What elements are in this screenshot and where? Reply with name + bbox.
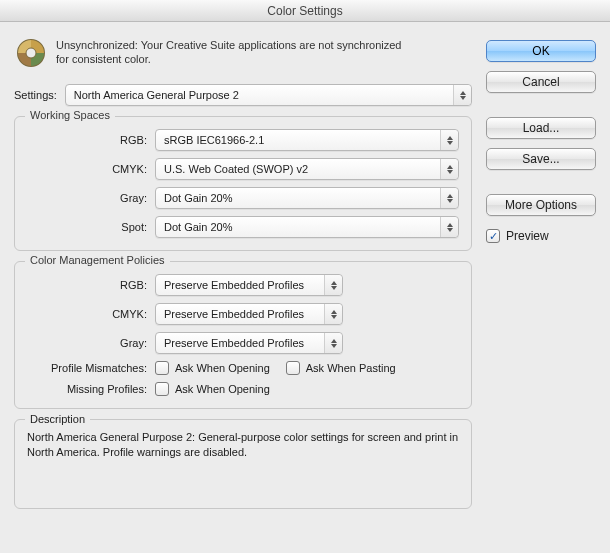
- mismatch-paste-checkbox[interactable]: ✓: [286, 361, 300, 375]
- missing-open-checkbox[interactable]: ✓: [155, 382, 169, 396]
- ok-button[interactable]: OK: [486, 40, 596, 62]
- chevron-updown-icon: [324, 275, 342, 295]
- more-options-button[interactable]: More Options: [486, 194, 596, 216]
- working-spaces-legend: Working Spaces: [25, 109, 115, 121]
- window-body: Unsynchronized: Your Creative Suite appl…: [0, 22, 610, 523]
- description-text: North America General Purpose 2: General…: [27, 431, 458, 458]
- chevron-updown-icon: [324, 304, 342, 324]
- chevron-updown-icon: [440, 159, 458, 179]
- ws-cmyk-label: CMYK:: [27, 163, 147, 175]
- description-group: Description North America General Purpos…: [14, 419, 472, 509]
- window-title: Color Settings: [0, 0, 610, 22]
- ws-cmyk-select[interactable]: U.S. Web Coated (SWOP) v2: [155, 158, 459, 180]
- ws-spot-select[interactable]: Dot Gain 20%: [155, 216, 459, 238]
- profile-mismatches-label: Profile Mismatches:: [27, 362, 147, 374]
- pol-cmyk-label: CMYK:: [27, 308, 147, 320]
- ws-rgb-label: RGB:: [27, 134, 147, 146]
- chevron-updown-icon: [440, 130, 458, 150]
- side-column: OK Cancel Load... Save... More Options ✓…: [486, 34, 596, 509]
- mismatch-open-checkbox[interactable]: ✓: [155, 361, 169, 375]
- pol-rgb-select[interactable]: Preserve Embedded Profiles: [155, 274, 343, 296]
- settings-row: Settings: North America General Purpose …: [14, 84, 472, 106]
- preview-row: ✓ Preview: [486, 229, 596, 243]
- working-spaces-group: Working Spaces RGB: sRGB IEC61966-2.1 CM…: [14, 116, 472, 251]
- pol-gray-select[interactable]: Preserve Embedded Profiles: [155, 332, 343, 354]
- ws-rgb-select[interactable]: sRGB IEC61966-2.1: [155, 129, 459, 151]
- mismatch-paste-label: Ask When Pasting: [306, 362, 396, 374]
- main-column: Unsynchronized: Your Creative Suite appl…: [14, 34, 472, 509]
- preview-checkbox[interactable]: ✓: [486, 229, 500, 243]
- settings-select[interactable]: North America General Purpose 2: [65, 84, 472, 106]
- sync-notice: Unsynchronized: Your Creative Suite appl…: [14, 34, 472, 80]
- chevron-updown-icon: [440, 217, 458, 237]
- chevron-updown-icon: [324, 333, 342, 353]
- ws-gray-select[interactable]: Dot Gain 20%: [155, 187, 459, 209]
- cancel-button[interactable]: Cancel: [486, 71, 596, 93]
- sync-notice-text: Unsynchronized: Your Creative Suite appl…: [56, 38, 416, 68]
- unsynchronized-icon: [16, 38, 46, 68]
- policies-group: Color Management Policies RGB: Preserve …: [14, 261, 472, 409]
- ws-gray-label: Gray:: [27, 192, 147, 204]
- save-button[interactable]: Save...: [486, 148, 596, 170]
- pol-gray-label: Gray:: [27, 337, 147, 349]
- chevron-updown-icon: [453, 85, 471, 105]
- chevron-updown-icon: [440, 188, 458, 208]
- svg-point-1: [26, 48, 36, 58]
- mismatch-open-label: Ask When Opening: [175, 362, 270, 374]
- missing-open-label: Ask When Opening: [175, 383, 270, 395]
- pol-rgb-label: RGB:: [27, 279, 147, 291]
- ws-spot-label: Spot:: [27, 221, 147, 233]
- preview-label: Preview: [506, 229, 549, 243]
- missing-profiles-label: Missing Profiles:: [27, 383, 147, 395]
- policies-legend: Color Management Policies: [25, 254, 170, 266]
- load-button[interactable]: Load...: [486, 117, 596, 139]
- pol-cmyk-select[interactable]: Preserve Embedded Profiles: [155, 303, 343, 325]
- settings-select-value: North America General Purpose 2: [74, 89, 239, 101]
- settings-label: Settings:: [14, 89, 57, 101]
- description-legend: Description: [25, 412, 90, 427]
